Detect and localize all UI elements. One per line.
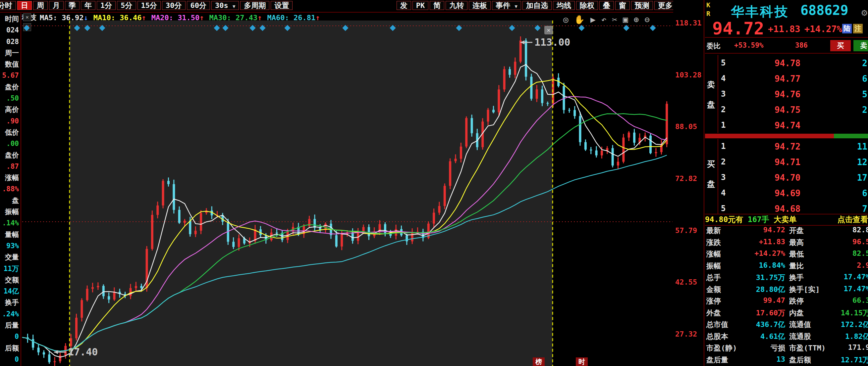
stat-value: 17.47% [844,285,868,293]
period-button-年[interactable]: 年 [81,1,95,10]
stat-label: 最低 [789,249,804,259]
period-button-季[interactable]: 季 [65,1,80,10]
candlestick-chart[interactable]: 113.0017.40 ✕ ◎✋▶↶✂▣⊕⊖ [0,21,673,366]
quote-table-row-2: 涨幅+14.27%最低82.5 [705,249,868,261]
sell-row-1[interactable]: 194.74 [718,117,868,133]
buy-row-1[interactable]: 194.7211 [718,138,868,154]
svg-text:113.00: 113.00 [534,36,570,48]
quote-table-row-8: 总市值436.7亿流通值172.2亿 [705,320,868,332]
tool-button-九转[interactable]: 九转 [445,1,467,10]
tool-button-窗[interactable]: 窗 [615,1,630,10]
quote-table-row-11: 盘后量13盘后额12.71万 [705,355,868,366]
stat-value: 12.71万 [841,355,868,365]
price-axis-label: 42.55 [675,278,697,286]
buy-button[interactable]: 买 [830,40,851,51]
badge-lu[interactable]: 陆 [842,24,852,33]
candle-info-panel-cut: 时间024028周一数值5.67盘价.50高价.90低价.00盘价.87涨幅.8… [0,13,21,366]
notice-lots: 167手 [748,215,769,224]
buy-price: 94.68 [775,204,800,214]
tool-button-PK[interactable]: PK [412,1,429,10]
tool-button-连板[interactable]: 连板 [469,1,491,10]
stat-value: 171.9 [848,343,868,352]
period-button-多周期[interactable]: 多周期 [240,1,269,10]
buy-price: 94.70 [775,173,800,183]
sell-row-3[interactable]: 394.765 [718,86,868,102]
notice-link[interactable]: 点击查看 [838,214,868,224]
stat-label: 换手 [789,273,804,282]
weibi-count: 386 [795,41,808,49]
chart-toolbar: ◎✋▶↶✂▣⊕⊖ [563,14,650,25]
stat-value: 82.8 [852,226,868,234]
stat-label: 最高 [789,238,804,247]
kr-tab-labels[interactable]: KR [706,1,710,18]
period-button-1分[interactable]: 1分 [97,1,116,10]
stock-name[interactable]: 华丰科技 [731,3,789,21]
period-button-15分[interactable]: 15分 [137,1,161,10]
stat-label: 开盘 [789,226,804,236]
sell-button[interactable]: 卖 [854,40,868,51]
close-indicator-icon[interactable]: ✕ [23,13,31,21]
tool-button-叠[interactable]: 叠 [599,1,614,10]
undo-icon[interactable]: ↶ [601,14,607,25]
tool-button-除权[interactable]: 除权 [576,1,598,10]
info-item-21: 交量 [0,252,19,263]
scissors-icon[interactable]: ✂ [612,14,617,25]
buy-row-3[interactable]: 394.7017 [718,169,868,185]
tool-button-预测[interactable]: 预测 [631,1,653,10]
period-button-60分[interactable]: 60分 [187,1,210,10]
period-button-设置[interactable]: 设置 [271,1,292,10]
stat-label: 振幅 [706,261,721,271]
bottom-tab-时[interactable]: 时 [576,357,588,366]
sell-row-5[interactable]: 594.782 [718,55,868,70]
info-item-0: 时间 [0,13,19,25]
hand-icon[interactable]: ✋ [574,14,585,25]
quote-table-row-10: 市盈(静)亏损市盈(TTM)171.9 [705,343,868,355]
eye-icon[interactable]: ◎ [563,14,568,25]
tool-button-事件[interactable]: 事件 ▼ [492,1,521,10]
last-price: 94.72 [712,19,764,38]
quote-table-row-9: 总股本4.61亿流通股1.82亿 [705,332,868,343]
weibi-value: +53.59% [734,41,764,49]
tool-button-发[interactable]: 发 [397,1,411,10]
chevron-down-icon: ▼ [232,4,235,9]
period-button-30s[interactable]: 30s ▼ [211,1,239,10]
sell-row-2[interactable]: 294.752 [718,102,868,117]
period-button-30分[interactable]: 30分 [162,1,186,10]
info-item-7: .50 [0,93,19,104]
info-item-6: 盘价 [0,81,19,93]
buy-row-2[interactable]: 294.7112 [718,154,868,169]
info-item-9: .90 [0,115,19,127]
period-button-月[interactable]: 月 [49,1,64,10]
lock-icon[interactable]: ▣ [623,14,628,25]
buy-price: 94.71 [775,157,800,167]
stat-label: 总手 [706,273,721,282]
panel-settings-gear-icon[interactable]: ⚙ [861,7,867,18]
zoom-in-icon[interactable]: ⊕ [634,14,639,25]
stat-label: 内盘 [789,308,804,318]
period-button-周[interactable]: 周 [33,1,48,10]
stat-label: 盘后额 [789,355,811,365]
buy-row-4[interactable]: 494.696 [718,185,868,201]
zoom-out-icon[interactable]: ⊖ [644,14,650,25]
svg-text:17.40: 17.40 [68,346,98,358]
tool-button-简[interactable]: 简 [430,1,444,10]
badge-zhu[interactable]: 注 [853,24,863,33]
big-order-notice[interactable]: 94.80元有 167手 大卖单 点击查看 [705,214,868,224]
period-button-日[interactable]: 日 [17,1,32,10]
period-button-5分[interactable]: 5分 [117,1,136,10]
info-item-22: 11万 [0,263,19,274]
play-icon[interactable]: ▶ [590,14,596,25]
stat-value: 2.9 [857,261,868,269]
sell-row-4[interactable]: 494.776 [718,70,868,86]
close-region-icon[interactable]: ✕ [544,26,553,34]
price-change-percent: +14.27% [804,24,842,34]
period-button-分时[interactable]: 分时 [0,1,16,10]
tool-buttons: 发PK简九转连板事件 ▼加自选均线除权叠窗预测更多⏭▼ [396,1,705,11]
stat-value: 4.61亿 [760,332,785,341]
buy-volume: 11 [857,142,867,152]
bottom-tab-榜[interactable]: 榜 [533,357,545,366]
stat-label: 盘后量 [706,355,728,365]
tool-button-加自选[interactable]: 加自选 [523,1,552,10]
stat-label: 流通股 [789,332,811,341]
tool-button-均线[interactable]: 均线 [553,1,575,10]
